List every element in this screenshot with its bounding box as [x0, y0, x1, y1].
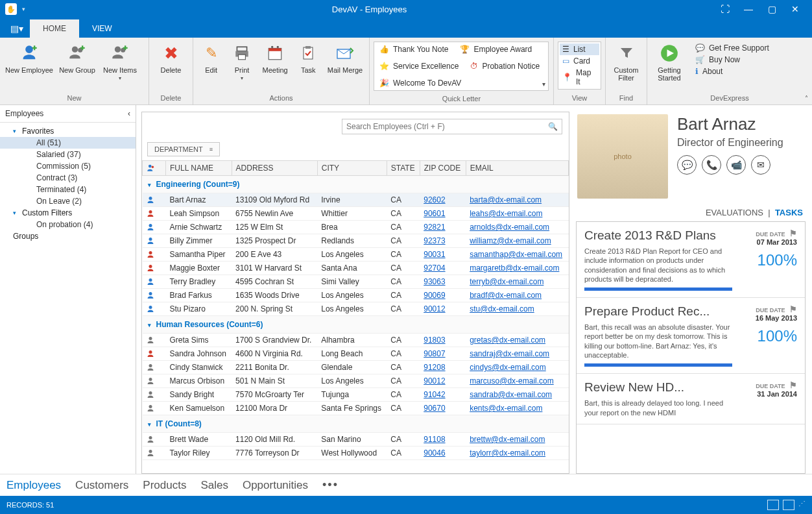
email-link[interactable]: margaretb@dx-email.com: [466, 262, 568, 275]
task-item[interactable]: Review New HD...Bart, this is already de…: [577, 374, 805, 424]
table-row[interactable]: Samantha Piper200 E Ave 43Los AngelesCA9…: [143, 248, 569, 262]
email-link[interactable]: marcuso@dx-email.com: [466, 374, 568, 388]
zip-link[interactable]: 90601: [420, 207, 466, 221]
ql-probation[interactable]: ⏱Probation Notice: [470, 62, 540, 71]
group-by-chip[interactable]: DEPARTMENT ≡: [147, 142, 220, 156]
delete-button[interactable]: ✖ Delete: [153, 40, 189, 77]
minimize-button[interactable]: —: [737, 4, 760, 14]
zip-link[interactable]: 90012: [420, 302, 466, 316]
tree-node[interactable]: On Leave (2): [0, 195, 136, 207]
zip-link[interactable]: 92373: [420, 234, 466, 248]
tab-home[interactable]: HOME: [30, 19, 79, 38]
tab-view[interactable]: VIEW: [79, 19, 125, 38]
email-link[interactable]: samanthap@dx-email.com: [466, 248, 568, 262]
col-address[interactable]: ADDRESS: [232, 161, 317, 176]
table-row[interactable]: Taylor Riley7776 Torreyson DrWest Hollyw…: [143, 447, 569, 460]
email-link[interactable]: kents@dx-email.com: [466, 402, 568, 415]
table-row[interactable]: Marcus Orbison501 N Main StLos AngelesCA…: [143, 374, 569, 388]
table-row[interactable]: Arnie Schwartz125 W Elm StBreaCA92821arn…: [143, 221, 569, 234]
email-link[interactable]: williamz@dx-email.com: [466, 234, 568, 248]
resize-grip-icon[interactable]: ⋰: [798, 500, 806, 510]
email-link[interactable]: barta@dx-email.com: [466, 193, 568, 207]
tab-tasks[interactable]: TASKS: [775, 208, 803, 217]
zip-link[interactable]: 90069: [420, 289, 466, 302]
table-row[interactable]: Terry Bradley4595 Cochran StSimi ValleyC…: [143, 275, 569, 289]
zip-link[interactable]: 90670: [420, 402, 466, 415]
email-link[interactable]: brettw@dx-email.com: [466, 433, 568, 447]
module-employees[interactable]: Employees: [6, 479, 61, 492]
table-row[interactable]: Sandy Bright7570 McGroarty TerTujungaCA9…: [143, 388, 569, 402]
email-link[interactable]: leahs@dx-email.com: [466, 207, 568, 221]
maximize-button[interactable]: ▢: [760, 4, 783, 14]
tree-node[interactable]: On probation (4): [0, 219, 136, 230]
layout-normal-icon[interactable]: [767, 500, 779, 510]
zip-link[interactable]: 91803: [420, 334, 466, 347]
table-row[interactable]: Stu Pizaro200 N. Spring StLos AngelesCA9…: [143, 302, 569, 316]
email-link[interactable]: arnolds@dx-email.com: [466, 221, 568, 234]
view-map-button[interactable]: 📍Map It: [560, 67, 599, 88]
col-state[interactable]: STATE: [387, 161, 420, 176]
col-icon[interactable]: [143, 161, 166, 176]
zip-link[interactable]: 90046: [420, 447, 466, 460]
tab-evaluations[interactable]: EVALUATIONS: [706, 208, 763, 217]
quick-letter-gallery[interactable]: 👍Thank You Note 🏆Employee Award ⭐Service…: [374, 42, 549, 91]
module-opportunities[interactable]: Opportunities: [243, 479, 308, 492]
col-zip[interactable]: ZIP CODE: [420, 161, 466, 176]
search-box[interactable]: 🔍: [342, 119, 562, 134]
layout-reading-icon[interactable]: [783, 500, 794, 510]
tree-node[interactable]: Contract (3): [0, 172, 136, 184]
email-link[interactable]: taylorr@dx-email.com: [466, 447, 568, 460]
fullscreen-icon[interactable]: ⛶: [713, 4, 737, 14]
getting-started-button[interactable]: Getting Started: [651, 40, 687, 84]
zip-link[interactable]: 91042: [420, 388, 466, 402]
chat-button[interactable]: 💬: [677, 155, 697, 175]
mail-button[interactable]: ✉: [751, 155, 770, 175]
ql-service[interactable]: ⭐Service Excellence: [379, 62, 459, 71]
edit-button[interactable]: ✎ Edit: [197, 40, 225, 77]
table-row[interactable]: Cindy Stanwick2211 Bonita Dr.GlendaleCA9…: [143, 361, 569, 374]
view-list-button[interactable]: ☰List: [560, 43, 599, 55]
tree-node[interactable]: ▾Custom Filters: [0, 207, 136, 219]
col-email[interactable]: EMAIL: [466, 161, 568, 176]
email-link[interactable]: gretas@dx-email.com: [466, 334, 568, 347]
module-customers[interactable]: Customers: [75, 479, 128, 492]
zip-link[interactable]: 90012: [420, 374, 466, 388]
tree-node[interactable]: Salaried (37): [0, 149, 136, 160]
ql-welcome[interactable]: 🎉Welcome To DevAV: [379, 79, 461, 88]
task-item[interactable]: Create 2013 R&D PlansCreate 2013 R&D Pla…: [577, 222, 805, 298]
tree-node[interactable]: ▾Favorites: [0, 125, 136, 137]
search-input[interactable]: [346, 122, 548, 131]
col-fullname[interactable]: FULL NAME: [166, 161, 232, 176]
email-link[interactable]: sandrab@dx-email.com: [466, 388, 568, 402]
search-icon[interactable]: 🔍: [548, 122, 558, 131]
custom-filter-button[interactable]: Custom Filter: [610, 40, 643, 84]
col-city[interactable]: CITY: [317, 161, 387, 176]
app-icon[interactable]: ✋: [5, 3, 17, 15]
zip-link[interactable]: 91208: [420, 361, 466, 374]
zip-link[interactable]: 92821: [420, 221, 466, 234]
email-link[interactable]: cindys@dx-email.com: [466, 361, 568, 374]
tree-node[interactable]: All (51): [0, 137, 136, 149]
zip-link[interactable]: 90031: [420, 248, 466, 262]
group-row[interactable]: ▾Human Resources (Count=6): [143, 316, 569, 334]
ql-thank-you[interactable]: 👍Thank You Note: [379, 45, 448, 54]
zip-link[interactable]: 91108: [420, 433, 466, 447]
mail-merge-button[interactable]: Mail Merge: [325, 40, 365, 77]
task-item[interactable]: Prepare Product Rec...Bart, this recall …: [577, 298, 805, 374]
table-row[interactable]: Sandra Johnson4600 N Virginia Rd.Long Be…: [143, 347, 569, 361]
tree-node[interactable]: Commission (5): [0, 160, 136, 172]
call-button[interactable]: 📞: [702, 155, 721, 175]
module-products[interactable]: Products: [143, 479, 186, 492]
get-support-button[interactable]: 💬Get Free Support: [694, 43, 770, 53]
zip-link[interactable]: 92602: [420, 193, 466, 207]
more-modules-icon[interactable]: •••: [322, 478, 339, 492]
table-row[interactable]: Billy Zimmer1325 Prospect DrRedlandsCA92…: [143, 234, 569, 248]
close-button[interactable]: ✕: [783, 4, 807, 14]
table-row[interactable]: Leah Simpson6755 Newlin AveWhittierCA906…: [143, 207, 569, 221]
task-button[interactable]: Task: [294, 40, 322, 77]
sidebar-collapse-icon[interactable]: ‹: [128, 109, 130, 118]
meeting-button[interactable]: Meeting: [259, 40, 292, 77]
new-group-button[interactable]: New Group: [57, 40, 97, 77]
ribbon-collapse-icon[interactable]: ˄: [805, 95, 808, 102]
ql-award[interactable]: 🏆Employee Award: [460, 45, 532, 54]
